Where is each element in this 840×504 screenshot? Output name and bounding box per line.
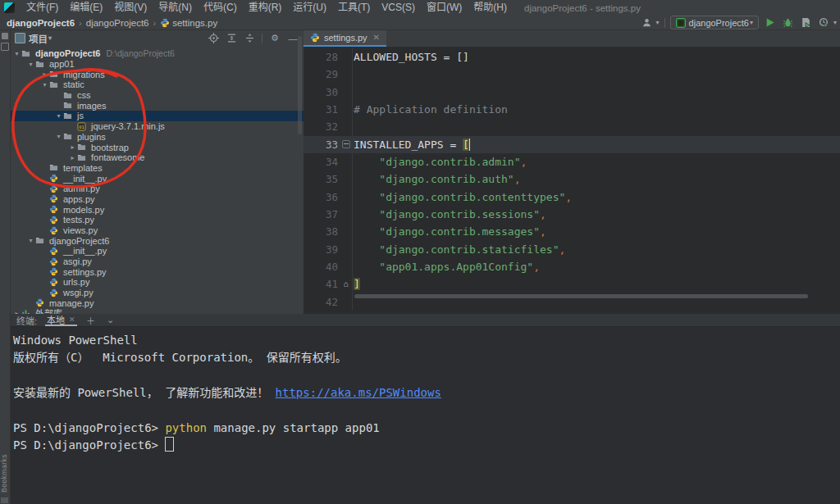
- chevron-right-icon[interactable]: ▸: [68, 154, 77, 161]
- line-number: 30: [304, 84, 338, 101]
- editor-hscrollbar[interactable]: [354, 294, 808, 298]
- run-config-chooser[interactable]: djangoProject6 ▾: [670, 16, 759, 30]
- tree-row-djangoProject6[interactable]: ▾djangoProject6: [10, 235, 304, 246]
- chevron-down-icon[interactable]: ▾: [54, 112, 63, 120]
- fold-end-icon[interactable]: ⌂: [338, 275, 354, 293]
- tree-row-app01[interactable]: ▾app01: [10, 59, 304, 70]
- code-line-30[interactable]: 30: [304, 84, 840, 101]
- bookmarks-stripe-label[interactable]: Bookmarks: [0, 454, 10, 493]
- run-coverage-icon[interactable]: [800, 16, 813, 30]
- hide-panel-icon[interactable]: —: [287, 33, 299, 44]
- tree-row-urls.py[interactable]: urls.py: [10, 277, 304, 288]
- tree-row-views.py[interactable]: views.py: [10, 225, 304, 236]
- chevron-down-icon[interactable]: ▾: [26, 237, 35, 244]
- menu-item-6[interactable]: 运行(U): [287, 0, 332, 16]
- text-caret: [469, 138, 471, 151]
- tree-row-js[interactable]: ▾js: [10, 111, 304, 121]
- menu-item-4[interactable]: 代码(C): [198, 0, 243, 16]
- fold-start-icon[interactable]: [338, 136, 354, 153]
- menu-item-1[interactable]: 编辑(E): [64, 0, 108, 16]
- menu-item-0[interactable]: 文件(F): [21, 0, 64, 16]
- code-line-34[interactable]: 34 "django.contrib.admin",: [304, 153, 840, 170]
- jsfile-icon: 01: [77, 122, 88, 131]
- tree-row-models.py[interactable]: models.py: [10, 204, 304, 215]
- menu-item-3[interactable]: 导航(N): [153, 0, 198, 16]
- more-caret-icon[interactable]: ▾: [833, 19, 837, 26]
- chevron-down-icon[interactable]: ▾: [26, 61, 35, 68]
- terminal-output[interactable]: Windows PowerShell版权所有（C） Microsoft Corp…: [10, 327, 840, 455]
- tree-row-css[interactable]: css: [10, 90, 304, 101]
- menu-item-7[interactable]: 工具(T): [332, 0, 376, 16]
- code-line-38[interactable]: 38 "django.contrib.messages",: [304, 223, 840, 240]
- tab-settings-py[interactable]: settings.py ✕: [304, 30, 386, 47]
- collapse-all-icon[interactable]: [244, 33, 255, 44]
- code-line-36[interactable]: 36 "django.contrib.contenttypes",: [304, 188, 840, 206]
- tree-row-templates[interactable]: templates: [10, 163, 304, 174]
- menu-item-5[interactable]: 重构(R): [243, 0, 288, 16]
- tree-row-jquery-3.7.1.min.js[interactable]: 01jquery-3.7.1.min.js: [10, 121, 304, 132]
- code-line-40[interactable]: 40 "app01.apps.App01Config",: [304, 258, 840, 275]
- terminal-dropdown-icon[interactable]: ⌄: [105, 315, 116, 325]
- py-icon: [49, 247, 60, 256]
- tree-row-asgi.py[interactable]: asgi.py: [10, 257, 304, 267]
- code-token: "django.contrib.contenttypes": [379, 191, 565, 203]
- profiler-icon[interactable]: [818, 16, 831, 30]
- breadcrumb-item-0[interactable]: djangoProject6: [5, 18, 76, 28]
- tree-row-bootstrap[interactable]: ▸bootstrap: [10, 142, 304, 152]
- debug-icon[interactable]: [782, 16, 795, 30]
- tree-row-apps.py[interactable]: apps.py: [10, 194, 304, 205]
- code-line-32[interactable]: 32: [304, 118, 840, 135]
- options-icon[interactable]: ⚙: [269, 33, 281, 44]
- tree-row-settings.py[interactable]: settings.py: [10, 266, 304, 277]
- terminal-link[interactable]: https://aka.ms/PSWindows: [276, 386, 441, 399]
- tree-row-plugins[interactable]: ▾plugins: [10, 132, 304, 143]
- code-viewport[interactable]: 28ALLOWED_HOSTS = []293031# Application …: [304, 48, 840, 311]
- code-line-29[interactable]: 29: [304, 66, 840, 83]
- tree-row-__init__.py[interactable]: __init__.py: [10, 173, 304, 184]
- new-terminal-icon[interactable]: ＋: [85, 314, 97, 327]
- tab-close-icon[interactable]: ✕: [373, 33, 380, 42]
- terminal-tab-close-icon[interactable]: ✕: [69, 316, 75, 324]
- tree-row-djangoProject6[interactable]: ▾djangoProject6D:\djangoProject6: [10, 48, 304, 59]
- chevron-right-icon[interactable]: ▸: [68, 143, 77, 151]
- breadcrumb-item-1[interactable]: djangoProject6: [84, 18, 151, 28]
- line-number: 36: [304, 188, 338, 206]
- code-line-37[interactable]: 37 "django.contrib.sessions",: [304, 206, 840, 223]
- tree-row-__init__.py[interactable]: __init__.py: [10, 246, 304, 257]
- menu-item-9[interactable]: 窗口(W): [421, 0, 468, 16]
- code-line-35[interactable]: 35 "django.contrib.auth",: [304, 170, 840, 188]
- expand-all-icon[interactable]: [226, 33, 237, 44]
- tree-row-wsgi.py[interactable]: wsgi.py: [10, 288, 304, 298]
- tree-row-images[interactable]: images: [10, 100, 304, 111]
- terminal-tab-local[interactable]: 本地 ✕: [45, 314, 77, 326]
- tree-row-manage.py[interactable]: manage.py: [10, 298, 304, 309]
- select-opened-file-icon[interactable]: [208, 33, 219, 44]
- user-icon[interactable]: [641, 16, 654, 30]
- project-stripe-icon[interactable]: [2, 33, 8, 39]
- tree-item-label: urls.py: [63, 277, 89, 287]
- user-caret-icon[interactable]: ▾: [656, 19, 660, 26]
- code-line-41[interactable]: 41⌂]: [304, 275, 840, 293]
- breadcrumb-item-2[interactable]: settings.py: [158, 18, 219, 28]
- tree-row-fontawesome[interactable]: ▸fontawesome: [10, 152, 304, 163]
- chevron-right-icon[interactable]: ▸: [40, 70, 49, 78]
- tree-row-migrations[interactable]: ▸migrations: [10, 69, 304, 79]
- code-line-31[interactable]: 31# Application definition: [304, 101, 840, 118]
- code-line-33[interactable]: 33INSTALLED_APPS = [: [304, 136, 840, 153]
- structure-stripe-icon[interactable]: [1, 43, 9, 51]
- code-line-39[interactable]: 39 "django.contrib.staticfiles",: [304, 241, 840, 258]
- chevron-down-icon[interactable]: ▾: [12, 50, 21, 57]
- chevron-down-icon[interactable]: ▾: [54, 133, 63, 140]
- tree-row-tests.py[interactable]: tests.py: [10, 215, 304, 225]
- tree-scrollbar[interactable]: [298, 36, 302, 134]
- project-panel-title-group[interactable]: 项目 ▾: [15, 32, 52, 45]
- menu-item-8[interactable]: VCS(S): [376, 0, 421, 16]
- line-number: 39: [304, 241, 338, 258]
- tree-row-admin.py[interactable]: admin.py: [10, 184, 304, 194]
- menu-item-10[interactable]: 帮助(H): [468, 0, 513, 16]
- menu-item-2[interactable]: 视图(V): [108, 0, 153, 16]
- tree-row-static[interactable]: ▾static: [10, 79, 304, 90]
- code-line-28[interactable]: 28ALLOWED_HOSTS = []: [304, 48, 840, 66]
- chevron-down-icon[interactable]: ▾: [40, 81, 49, 89]
- run-icon[interactable]: [764, 16, 777, 30]
